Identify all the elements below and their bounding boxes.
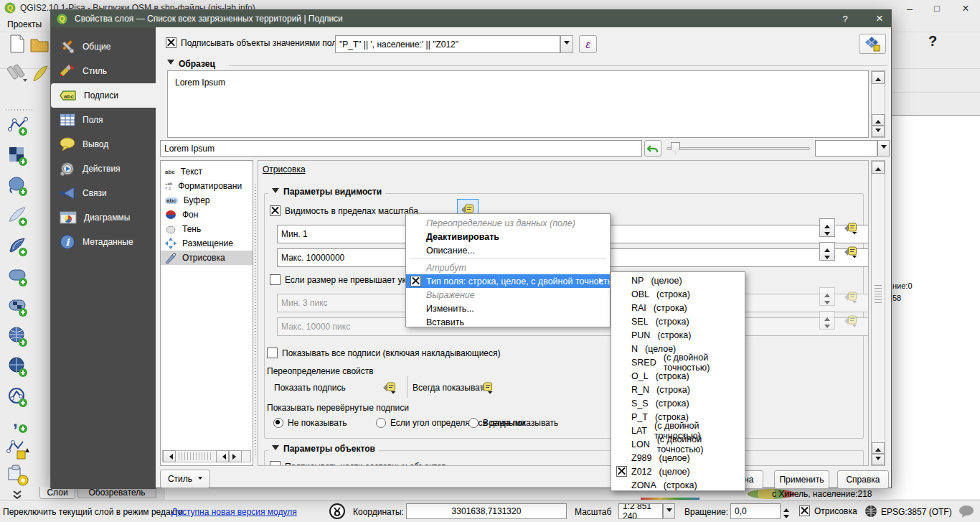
pixel-min-stepper[interactable] bbox=[819, 287, 835, 306]
maximize-button[interactable]: □ bbox=[924, 0, 950, 17]
update-available-link[interactable]: Доступна новая версия модуля bbox=[171, 507, 297, 517]
apply-button[interactable]: Применить bbox=[774, 470, 829, 489]
submenu-item-LON[interactable]: LON(с двойной точностью) bbox=[611, 437, 745, 451]
dialog-help-button[interactable]: ? bbox=[834, 10, 856, 27]
always-show-override-button[interactable] bbox=[477, 378, 496, 397]
new-spatialite-layer-icon[interactable] bbox=[6, 464, 29, 487]
menu-item-field-type[interactable]: Тип поля: строка, целое, с двойной точно… bbox=[406, 274, 610, 288]
crs-status-label[interactable]: EPSG:3857 (OTF) bbox=[881, 507, 952, 517]
sidebar-item-general[interactable]: Общие bbox=[51, 34, 156, 59]
add-delimited-text-icon[interactable]: , bbox=[7, 412, 29, 434]
expression-builder-button[interactable]: ε bbox=[579, 35, 597, 53]
scale-max-stepper[interactable] bbox=[819, 242, 835, 261]
submenu-item-PUN[interactable]: PUN(строка) bbox=[611, 328, 745, 342]
radio-never-show[interactable]: Не показывать bbox=[273, 418, 347, 428]
map-canvas-bottom-strip[interactable]: с Хинель, население:218 bbox=[165, 488, 892, 500]
toolbar-handle[interactable] bbox=[6, 109, 34, 111]
font-size-slider-track[interactable] bbox=[666, 147, 810, 150]
feather-edit-icon[interactable] bbox=[32, 65, 49, 83]
font-size-slider-handle[interactable] bbox=[671, 142, 680, 154]
style-menu-button[interactable]: Стиль bbox=[160, 470, 210, 488]
rotation-stepper[interactable] bbox=[781, 503, 792, 519]
preview-scale-dropdown[interactable] bbox=[877, 140, 890, 157]
scroll-up-button[interactable] bbox=[872, 442, 885, 454]
help-button[interactable]: Справка bbox=[837, 470, 889, 489]
submenu-item-SEL[interactable]: SEL(строка) bbox=[611, 314, 745, 328]
sidebar-item-labels[interactable]: abc Подписи bbox=[51, 83, 156, 108]
dialog-titlebar[interactable]: Q Свойства слоя — Список всех загрязненн… bbox=[51, 10, 891, 27]
add-oracle-layer-icon[interactable] bbox=[7, 266, 29, 287]
submenu-item-Z012[interactable]: Z012(целое) bbox=[611, 465, 745, 478]
menu-projects[interactable]: Проекты bbox=[7, 19, 42, 29]
add-wms-layer-icon[interactable] bbox=[7, 326, 29, 348]
toolbar-overflow-chevron-icon[interactable] bbox=[11, 490, 23, 500]
radio-always-show[interactable]: Всегда показывать bbox=[468, 418, 558, 428]
help-toolbar-icon[interactable]: ? bbox=[928, 33, 937, 50]
open-project-icon[interactable] bbox=[30, 36, 49, 53]
scrollbar-grip[interactable] bbox=[179, 452, 213, 460]
scroll-up-button[interactable] bbox=[872, 161, 885, 174]
minimize-button[interactable]: – bbox=[897, 0, 923, 17]
menu-item-deactivate[interactable]: Деактивировать bbox=[406, 230, 610, 243]
scroll-left-button[interactable] bbox=[163, 450, 176, 462]
section-item-background[interactable]: Фон bbox=[161, 208, 253, 222]
add-raster-layer-icon[interactable] bbox=[7, 145, 29, 167]
submenu-item-R_N[interactable]: R_N(строка) bbox=[611, 383, 745, 396]
sidebar-item-style[interactable]: Стиль bbox=[51, 59, 156, 83]
reset-sample-button[interactable] bbox=[644, 140, 661, 157]
sidebar-item-actions[interactable]: Действия bbox=[51, 157, 156, 181]
section-item-shadow[interactable]: Тень bbox=[161, 222, 253, 236]
scroll-left-button[interactable] bbox=[216, 450, 229, 462]
scale-min-override-button[interactable] bbox=[842, 220, 860, 237]
submenu-item-Z989[interactable]: Z989(целое) bbox=[611, 451, 745, 465]
section-item-rendering[interactable]: Отрисовка bbox=[161, 251, 253, 265]
section-item-placement[interactable]: Размещение bbox=[161, 236, 253, 251]
features-group-header[interactable]: Параметры объектов bbox=[268, 444, 379, 454]
add-spatialite-layer-icon[interactable] bbox=[7, 205, 29, 227]
field-dropdown-button[interactable] bbox=[560, 35, 573, 53]
scroll-down-button[interactable] bbox=[872, 454, 885, 465]
scroll-down-button[interactable] bbox=[872, 126, 885, 137]
section-item-formatting[interactable]: +ab < c Форматировани bbox=[161, 179, 253, 193]
section-item-buffer[interactable]: abc Буфер bbox=[161, 193, 253, 208]
sections-hscrollbar[interactable] bbox=[162, 450, 251, 462]
preview-scale-combobox[interactable] bbox=[815, 140, 877, 157]
add-wcs-layer-icon[interactable] bbox=[7, 356, 29, 378]
new-project-icon[interactable] bbox=[9, 34, 26, 53]
sidebar-item-display[interactable]: Вывод bbox=[51, 132, 156, 157]
sample-text-input[interactable]: Lorem Ipsum bbox=[160, 140, 642, 157]
pixel-min-override-button[interactable] bbox=[842, 289, 860, 306]
dialog-close-button[interactable]: × bbox=[867, 10, 892, 27]
scale-combobox[interactable]: 1:2 851 240 bbox=[618, 503, 663, 519]
pixel-max-override-button[interactable] bbox=[842, 312, 860, 330]
coordinates-input[interactable]: 3301638,7131320 bbox=[406, 503, 567, 519]
label-toolbar-button[interactable] bbox=[859, 34, 886, 54]
crs-globe-icon[interactable] bbox=[864, 505, 877, 518]
edit-pencils-icon[interactable] bbox=[7, 63, 29, 83]
pixel-max-stepper[interactable] bbox=[819, 311, 835, 330]
field-expression-combobox[interactable]: "P_T" || ', население:' || "Z012" bbox=[335, 35, 560, 53]
sidebar-item-joins[interactable]: Связи bbox=[51, 181, 156, 205]
show-label-override-button[interactable] bbox=[380, 378, 399, 397]
splitter-handle[interactable] bbox=[255, 182, 256, 455]
window-close-button[interactable]: × bbox=[951, 0, 980, 17]
scale-min-stepper[interactable] bbox=[819, 218, 835, 237]
plugin-update-icon[interactable] bbox=[329, 503, 346, 520]
scrollbar-grip[interactable] bbox=[875, 284, 882, 303]
new-shapefile-icon[interactable] bbox=[6, 438, 30, 460]
preview-scrollbar[interactable] bbox=[871, 70, 885, 138]
submenu-item-OBL[interactable]: OBL(строка) bbox=[611, 287, 745, 301]
add-postgis-layer-icon[interactable] bbox=[7, 175, 29, 197]
scale-visibility-checkbox[interactable]: Видимость в пределах масштаба bbox=[270, 205, 418, 216]
sidebar-item-fields[interactable]: Поля bbox=[51, 108, 156, 132]
map-canvas[interactable]: ние:0 58 bbox=[892, 115, 980, 499]
visibility-group-header[interactable]: Параметры видимости bbox=[268, 187, 385, 197]
section-item-text[interactable]: abc Текст bbox=[161, 164, 253, 179]
add-db2-layer-icon[interactable] bbox=[7, 296, 29, 317]
add-wfs-layer-icon[interactable] bbox=[7, 386, 29, 408]
scroll-up-button[interactable] bbox=[872, 71, 885, 84]
submenu-item-RAI[interactable]: RAI(строка) bbox=[611, 301, 745, 314]
submenu-item-NP[interactable]: NP(целое) bbox=[611, 274, 745, 287]
menu-item-description[interactable]: Описание... bbox=[406, 243, 610, 257]
add-vector-layer-icon[interactable] bbox=[7, 115, 29, 136]
